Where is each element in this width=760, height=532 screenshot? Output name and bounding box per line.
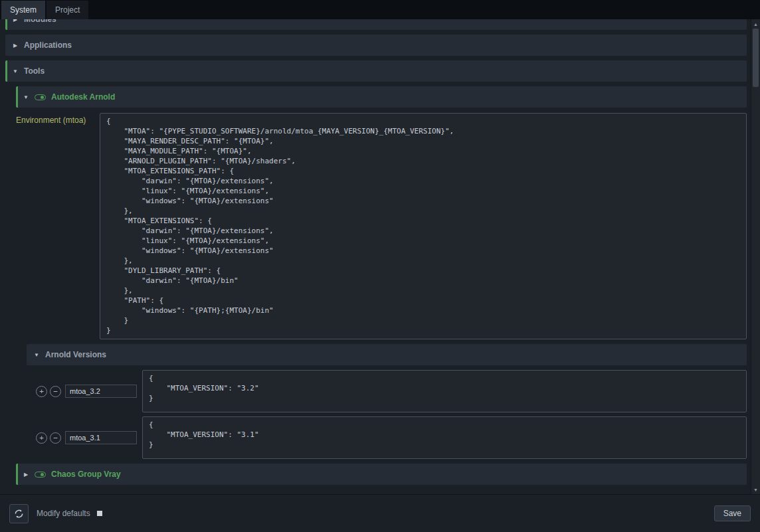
remove-version-button[interactable]: −	[50, 386, 61, 397]
remove-version-button[interactable]: −	[50, 432, 61, 444]
chevron-down-icon: ▼	[23, 94, 29, 100]
environment-label: Environment (mtoa)	[16, 113, 100, 339]
scroll-up-icon: ▲	[753, 22, 758, 27]
environment-row: Environment (mtoa) { "MTOA": "{PYPE_STUD…	[16, 113, 747, 339]
section-title-vray: Chaos Group Vray	[51, 470, 121, 479]
tab-bar: System Project	[0, 0, 760, 19]
version-name-input[interactable]	[65, 385, 137, 398]
footer-bar: Modify defaults Save	[0, 494, 760, 532]
add-version-button[interactable]: +	[36, 432, 47, 444]
save-button[interactable]: Save	[714, 505, 751, 521]
section-header-arnold[interactable]: ▼ Autodesk Arnold	[16, 86, 747, 108]
section-header-applications[interactable]: ▶ Applications	[5, 35, 747, 56]
modify-defaults-indicator[interactable]	[97, 511, 102, 516]
version-row: + − { "MTOA_VERSION": "3.1" }	[27, 416, 747, 459]
version-controls: + −	[27, 385, 142, 398]
toggle-on-icon[interactable]	[35, 94, 46, 100]
scroll-up-button[interactable]: ▲	[751, 19, 760, 29]
chevron-down-icon: ▼	[33, 352, 40, 358]
chevron-right-icon: ▶	[12, 43, 19, 48]
toggle-on-icon[interactable]	[35, 472, 46, 478]
scrollbar[interactable]: ▲ ▼	[751, 19, 760, 494]
version-controls: + −	[27, 431, 142, 444]
chevron-down-icon: ▼	[12, 68, 19, 74]
tab-project[interactable]: Project	[47, 1, 88, 19]
tools-body: ▼ Autodesk Arnold Environment (mtoa) { "…	[5, 86, 747, 485]
refresh-button[interactable]	[9, 504, 29, 523]
scroll-down-icon: ▼	[753, 488, 758, 492]
scrollbar-thumb[interactable]	[753, 29, 759, 87]
section-header-tools[interactable]: ▼ Tools	[5, 60, 747, 82]
chevron-right-icon: ▶	[12, 19, 19, 23]
add-version-button[interactable]: +	[36, 386, 47, 397]
toggle-knob	[41, 96, 44, 99]
scroll-down-button[interactable]: ▼	[751, 485, 760, 494]
version-json-editor[interactable]: { "MTOA_VERSION": "3.2" }	[142, 370, 747, 412]
toggle-knob	[41, 473, 44, 476]
section-header-modules[interactable]: ▶ Modules	[5, 19, 747, 30]
version-row: + − { "MTOA_VERSION": "3.2" }	[27, 370, 747, 412]
chevron-right-icon: ▶	[23, 472, 29, 478]
version-name-input[interactable]	[65, 431, 137, 444]
section-title-arnold-versions: Arnold Versions	[45, 350, 106, 359]
section-header-arnold-versions[interactable]: ▼ Arnold Versions	[27, 344, 747, 365]
version-json-editor[interactable]: { "MTOA_VERSION": "3.1" }	[142, 416, 747, 459]
refresh-icon	[14, 509, 24, 519]
section-title-arnold: Autodesk Arnold	[51, 92, 115, 102]
arnold-group: ▼ Autodesk Arnold Environment (mtoa) { "…	[16, 86, 747, 459]
settings-scroll-area: ▶ Modules ▶ Applications ▼ Tools ▼ Autod…	[0, 19, 760, 494]
modify-defaults-label: Modify defaults	[37, 509, 90, 518]
section-title-applications: Applications	[24, 41, 72, 50]
section-title-tools: Tools	[24, 66, 45, 76]
tab-system[interactable]: System	[1, 1, 45, 19]
section-title-modules: Modules	[24, 19, 56, 24]
environment-json-editor[interactable]: { "MTOA": "{PYPE_STUDIO_SOFTWARE}/arnold…	[100, 113, 747, 339]
section-header-vray[interactable]: ▶ Chaos Group Vray	[16, 464, 747, 485]
